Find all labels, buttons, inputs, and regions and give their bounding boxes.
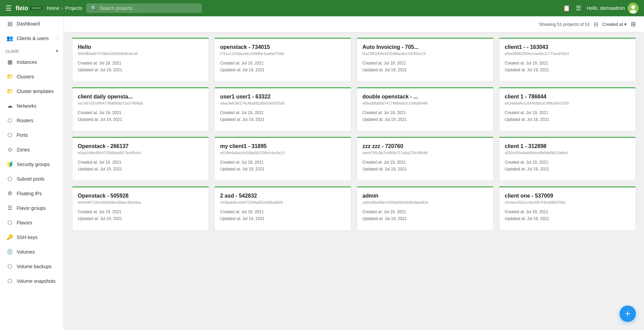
view-toggle-icon[interactable]: ⊞ [631,20,636,28]
project-card[interactable]: client one - 537009 c0c4ac35d11c4ecf957f… [499,186,636,231]
project-created: Created at: Jul 19, 2021 [362,208,488,215]
project-card[interactable]: zzz zzz - 720760 dee9795c9b7e48f0b717a5a… [357,137,494,181]
project-updated: Updated at: Jul 19, 2021 [505,215,630,222]
sort-button[interactable]: Created at ▾ [602,22,627,27]
project-created: Created at: Jul 19, 2021 [78,109,203,116]
project-created: Created at: Jul 19, 2021 [78,60,203,67]
project-card[interactable]: Openstack - 505928 d4efe9f7132e4b68a9ee3… [72,186,209,231]
project-meta: Created at: Jul 19, 2021 Updated at: Jul… [362,60,488,74]
logo: fleio STAFF [16,5,42,12]
project-card[interactable]: client 1 - 312898 d550cf55e4ad49dca9fb5d… [499,137,636,181]
project-updated: Updated at: Jul 19, 2021 [78,215,203,222]
sidebar-item-dashboard[interactable]: ▤ Dashboard [0,16,64,31]
sidebar-item-flavors[interactable]: ⬡ Flavors [0,215,64,230]
project-id: d550cf55e4ad49dca9fb5dbf9d23a8e6 [505,151,630,155]
sidebar-item-routers[interactable]: ⬡ Routers [0,113,64,128]
flavors-icon: ⬡ [6,219,13,226]
project-created: Created at: Jul 19, 2021 [362,159,488,166]
sidebar-label-ssh-keys: SSH keys [17,235,37,240]
sidebar-item-zones[interactable]: ⊙ Zones [0,142,64,157]
project-title: client 1 - 786844 [505,94,630,100]
clusters-icon: 📁 [6,73,13,80]
project-id: ee1497d3c096473fb8668d72a37408ab [78,101,203,105]
cluster-templates-icon: 📁 [6,88,13,94]
sidebar-item-ports[interactable]: ⬡ Ports [0,128,64,142]
sidebar-item-instances[interactable]: ▦ Instances [0,55,64,69]
filter-icon[interactable]: ⊟ [594,21,598,28]
search-input[interactable] [100,5,197,11]
project-card[interactable]: openstack - 734015 f791a1225dac4dc1bf990… [214,38,351,82]
sidebar-item-networks[interactable]: ☁ Networks [0,98,64,113]
breadcrumb-home[interactable]: Home [47,5,59,11]
sidebar-label-clusters: Clusters [17,74,34,79]
project-created: Created at: Jul 19, 2021 [78,159,203,166]
sidebar-label-dashboard: Dashboard [17,21,40,26]
grid-icon[interactable]: ☰ [576,4,581,12]
sidebar-item-flavor-groups[interactable]: ☰ Flavor groups [0,201,64,215]
sidebar: ▤ Dashboard 👥 Clients & users › Cloud ▾ … [0,16,64,330]
project-meta: Created at: Jul 19, 2021 Updated at: Jul… [220,60,345,74]
project-card[interactable]: admin cddcd0be68e14428a56b4838c9aba81b C… [357,186,494,231]
sidebar-item-clusters[interactable]: 📁 Clusters [0,69,64,84]
search-bar[interactable]: 🔍 [86,3,202,13]
menu-icon[interactable]: ☰ [5,4,12,12]
project-meta: Created at: Jul 19, 2021 Updated at: Jul… [78,159,203,173]
project-created: Created at: Jul 19, 2021 [505,109,630,116]
ports-icon: ⬡ [6,132,13,138]
project-title: 2 asd - 542832 [220,193,345,199]
sidebar-label-zones: Zones [17,147,30,152]
sidebar-item-volume-snapshots[interactable]: ⬡ Volume snapshots [0,274,64,288]
cloud-arrow[interactable]: ▾ [56,49,58,53]
project-updated: Updated at: Jul 19, 2021 [362,166,488,172]
breadcrumb-current: Projects [65,5,82,11]
sidebar-item-volumes[interactable]: 💿 Volumes [0,244,64,259]
project-grid: Hello f95efffda067470bb42d05f40dfc6e39 C… [64,32,644,236]
project-card[interactable]: double openstack - ... e66addfa80d741748… [357,87,494,131]
project-card[interactable]: client1 - - 163043 ef9a368f52504e1ead3e2… [499,38,636,82]
volume-snapshots-icon: ⬡ [6,278,13,284]
project-card[interactable]: Auto Invoicing - 705... f2a23f5183fe4155… [357,38,494,82]
project-meta: Created at: Jul 19, 2021 Updated at: Jul… [505,208,630,222]
instances-icon: ▦ [6,59,13,65]
project-meta: Created at: Jul 19, 2021 Updated at: Jul… [362,159,488,173]
project-card[interactable]: client daily opensta... ee1497d3c096473f… [72,87,209,131]
sidebar-label-flavors: Flavors [17,220,32,225]
project-id: e0ea24f8e36547259f6ab8573cbf5cb4 [78,151,203,155]
project-meta: Created at: Jul 19, 2021 Updated at: Jul… [220,109,345,123]
sidebar-items: ▦ Instances 📁 Clusters 📁 Cluster templat… [0,55,64,288]
project-card[interactable]: client 1 - 786844 e624e8d4e1c64458b5d19f… [499,87,636,131]
sidebar-item-cluster-templates[interactable]: 📁 Cluster templates [0,84,64,98]
sidebar-item-subnet-pools[interactable]: ⬡ Subnet pools [0,171,64,186]
project-card[interactable]: Openstack - 266137 e0ea24f8e36547259f6ab… [72,137,209,181]
project-updated: Updated at: Jul 19, 2021 [362,67,488,73]
showing-count: Showing 51 projects of 51 [539,22,590,27]
sidebar-label-subnet-pools: Subnet pools [17,176,44,182]
dashboard-icon: ▤ [6,20,13,27]
cloud-section: Cloud ▾ [0,45,64,55]
project-card[interactable]: 2 asd - 542832 cf29aab5ecb447239fad32cbf… [214,186,351,231]
project-updated: Updated at: Jul 19, 2021 [362,215,488,222]
logo-text: fleio [16,5,28,12]
project-title: Openstack - 505928 [78,193,203,199]
sidebar-item-security-groups[interactable]: 🔰 Security groups [0,157,64,171]
user-label: Hello, demoadmin [587,5,625,11]
project-title: my client1 - 31895 [220,143,345,149]
top-navigation: ☰ fleio STAFF Home › Projects 🔍 📋 ☰ Hell… [0,0,644,16]
project-card[interactable]: Hello f95efffda067470bb42d05f40dfc6e39 C… [72,38,209,82]
project-title: Auto Invoicing - 705... [362,44,488,50]
sidebar-label-volume-snapshots: Volume snapshots [17,278,55,284]
project-card[interactable]: my client1 - 31895 e029fe5a6ac94209a0037… [214,137,351,181]
add-button[interactable]: + [620,306,636,322]
project-meta: Created at: Jul 19, 2021 Updated at: Jul… [220,208,345,222]
sidebar-item-floating-ips[interactable]: ⚙ Floating IPs [0,186,64,201]
list-icon[interactable]: 📋 [563,4,570,12]
cloud-label: Cloud [5,49,19,53]
user-info[interactable]: Hello, demoadmin [587,3,639,14]
project-card[interactable]: user1 user1 - 63322 e9ac9efc98174c48a882… [214,87,351,131]
project-id: ef9a368f52504e1ead3e2c773ee833e3 [505,52,630,56]
sidebar-item-clients[interactable]: 👥 Clients & users › [0,31,64,45]
project-meta: Created at: Jul 19, 2021 Updated at: Jul… [362,109,488,123]
sidebar-item-volume-backups[interactable]: ⬡ Volume backups [0,259,64,274]
sidebar-item-ssh-keys[interactable]: 🔑 SSH keys [0,230,64,244]
project-created: Created at: Jul 19, 2021 [220,60,345,67]
